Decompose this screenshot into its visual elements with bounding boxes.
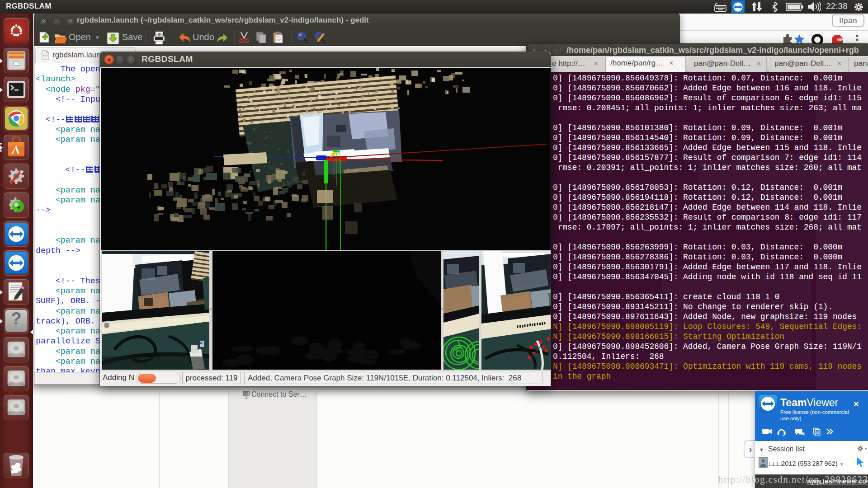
svg-text:</>: </>: [43, 53, 48, 57]
svg-text:ABP: ABP: [837, 38, 844, 41]
